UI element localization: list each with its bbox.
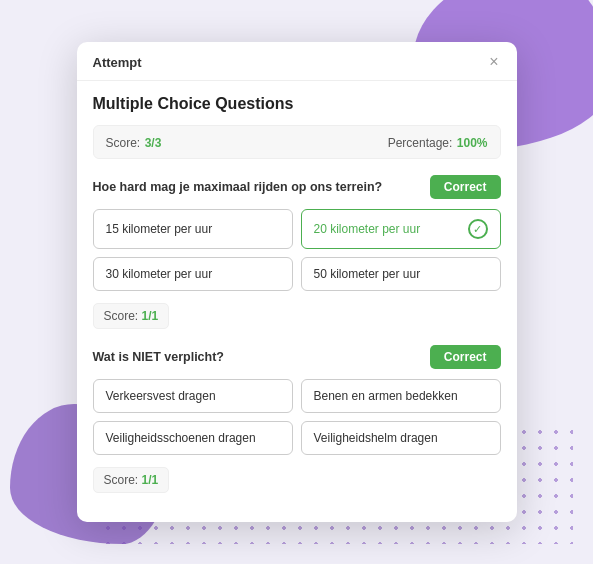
score-section: Score: 3/3 <box>106 133 162 151</box>
question-1-score: Score: 1/1 <box>93 303 170 329</box>
modal-body: Multiple Choice Questions Score: 3/3 Per… <box>77 81 517 522</box>
question-2-status: Correct <box>430 345 501 369</box>
question-2-score: Score: 1/1 <box>93 467 170 493</box>
modal-title: Attempt <box>93 55 142 70</box>
modal-header: Attempt × <box>77 42 517 81</box>
modal-window: Attempt × Multiple Choice Questions Scor… <box>77 42 517 522</box>
question-1-text: Hoe hard mag je maximaal rijden op ons t… <box>93 180 430 194</box>
answer-q2-3: Veiligheidsschoenen dragen <box>93 421 293 455</box>
answer-q1-3: 30 kilometer per uur <box>93 257 293 291</box>
answer-q2-2: Benen en armen bedekken <box>301 379 501 413</box>
question-1-header: Hoe hard mag je maximaal rijden op ons t… <box>93 175 501 199</box>
question-1-answers: 15 kilometer per uur 20 kilometer per uu… <box>93 209 501 291</box>
correct-check-icon: ✓ <box>468 219 488 239</box>
answer-q1-4: 50 kilometer per uur <box>301 257 501 291</box>
score-label: Score: <box>106 136 141 150</box>
page-title: Multiple Choice Questions <box>93 95 501 113</box>
question-2: Wat is NIET verplicht? Correct Verkeersv… <box>93 345 501 493</box>
answer-q2-1: Verkeersvest dragen <box>93 379 293 413</box>
question-2-answers: Verkeersvest dragen Benen en armen bedek… <box>93 379 501 455</box>
question-2-text: Wat is NIET verplicht? <box>93 350 430 364</box>
answer-q1-2: 20 kilometer per uur ✓ <box>301 209 501 249</box>
answer-q2-4: Veiligheidshelm dragen <box>301 421 501 455</box>
percentage-label: Percentage: <box>388 136 453 150</box>
overall-score-bar: Score: 3/3 Percentage: 100% <box>93 125 501 159</box>
answer-q1-1: 15 kilometer per uur <box>93 209 293 249</box>
question-1-status: Correct <box>430 175 501 199</box>
percentage-section: Percentage: 100% <box>388 133 488 151</box>
question-1: Hoe hard mag je maximaal rijden op ons t… <box>93 175 501 329</box>
question-2-header: Wat is NIET verplicht? Correct <box>93 345 501 369</box>
close-button[interactable]: × <box>487 54 500 70</box>
percentage-value: 100% <box>457 136 488 150</box>
score-value: 3/3 <box>145 136 162 150</box>
